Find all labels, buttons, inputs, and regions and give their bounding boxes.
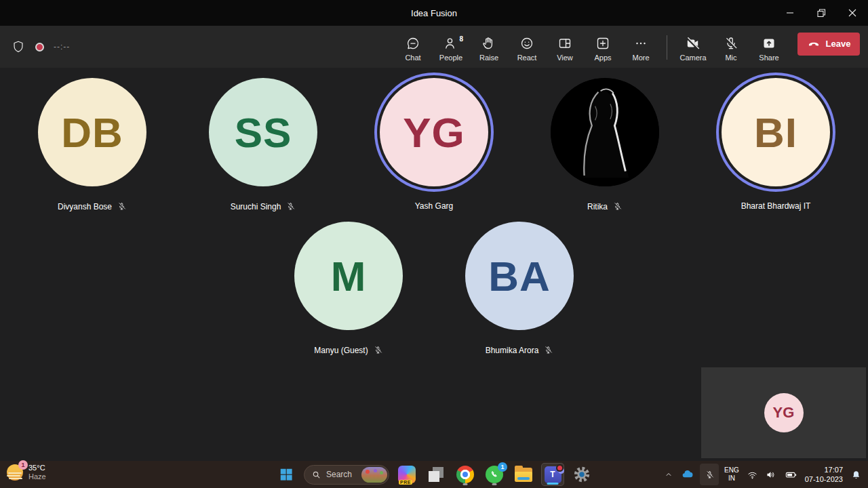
settings-gear-icon [573,466,591,483]
notification-bell-icon [850,469,862,481]
mic-muted-icon [373,345,383,355]
overlapping-windows-icon [428,466,444,483]
participant-name: Suruchi Singh [231,202,281,211]
taskbar-whatsapp[interactable]: 1 [483,463,506,486]
running-indicator [492,483,497,485]
participant-tile-bhumika-arora[interactable]: BA Bhumika Arora [434,222,605,355]
taskbar-settings[interactable] [570,463,593,486]
people-button[interactable]: 8 People [432,33,470,62]
clock-tray[interactable]: 17:07 07-10-2023 [803,464,845,485]
participant-name: Ritika [587,202,608,211]
chat-button[interactable]: Chat [394,33,432,62]
view-layout-icon [557,35,573,52]
avatar-initials: YG [403,108,465,157]
mic-off-icon [723,35,739,52]
minimize-button[interactable] [774,0,806,26]
active-window-indicator [547,483,559,485]
camera-button[interactable]: Camera [674,33,712,62]
tray-time: 17:07 [824,465,843,474]
wifi-tray[interactable] [745,464,760,485]
volume-tray[interactable] [764,464,779,485]
chrome-icon [456,466,474,483]
language-indicator[interactable]: ENG IN [722,464,741,485]
windows-logo-icon [279,467,294,482]
self-view-tile[interactable]: YG [701,367,866,458]
avatar-initials: BI [754,108,797,157]
recording-indicator-icon [35,43,44,52]
chat-icon [405,35,421,52]
wifi-icon [747,469,758,481]
start-button[interactable] [275,463,298,486]
taskbar-search[interactable]: Search [304,465,389,485]
weather-condition: Haze [28,472,46,481]
avatar: SS [209,78,317,186]
haze-weather-icon: 1 [7,464,23,481]
taskbar-file-explorer[interactable] [512,463,535,486]
onedrive-tray[interactable] [679,464,696,485]
apps-button[interactable]: Apps [584,33,622,62]
react-button[interactable]: React [508,33,546,62]
avatar: BA [465,222,574,330]
search-icon [311,470,321,480]
tray-mic-muted-icon [705,470,715,480]
avatar-initials: M [331,252,367,300]
teams-meeting-window: Idea Fusion --:-- [0,0,868,488]
react-smiley-icon [519,35,535,52]
onedrive-cloud-icon [681,468,694,481]
avatar-initials: BA [488,252,551,300]
participant-tile-divyansh-bose[interactable]: DB Divyansh Bose [7,78,178,211]
restore-button[interactable] [806,0,837,26]
security-shield-icon [11,39,26,54]
participant-tile-ritika[interactable]: Ritika [519,78,690,211]
mic-button[interactable]: Mic [712,33,750,62]
more-button[interactable]: More [622,33,660,62]
participant-name: Yash Garg [415,201,453,211]
taskbar-chrome[interactable] [454,463,477,486]
battery-icon [785,468,797,481]
camera-off-icon [685,35,701,52]
running-indicator [463,483,468,485]
taskbar-app-preview[interactable]: PRE [395,463,418,486]
system-tray: ENG IN [662,461,864,488]
taskbar-center: Search PRE 1 [275,463,593,486]
participant-tile-manyu-guest[interactable]: M Manyu (Guest) [263,222,434,355]
meeting-stage: DB Divyansh Bose SS Suruchi Singh YG Yas… [0,68,868,461]
share-button[interactable]: Share [750,33,788,62]
speaker-icon [766,469,777,481]
leave-label: Leave [826,39,851,49]
people-icon [443,35,459,52]
participant-tile-suruchi-singh[interactable]: SS Suruchi Singh [178,78,349,211]
hidden-icons-button[interactable] [662,464,675,485]
toolbar-buttons: Chat 8 People Raise [394,33,860,62]
avatar: M [294,222,403,330]
raise-hand-button[interactable]: Raise [470,33,508,62]
meeting-toolbar: --:-- Chat 8 People Raise [0,26,868,68]
file-explorer-icon [515,468,532,482]
taskbar-teams-active[interactable]: T [541,463,564,486]
window-controls [774,0,868,26]
view-button[interactable]: View [546,33,584,62]
notifications-tray[interactable] [848,464,864,485]
close-button[interactable] [837,0,868,26]
titlebar: Idea Fusion [0,0,868,26]
teams-notification-badge [556,464,564,472]
avatar-initials: SS [235,108,292,157]
mic-muted-icon [117,201,127,211]
participant-name: Bharat Bhardwaj IT [741,201,811,211]
window-title: Idea Fusion [0,8,868,18]
pre-badge: PRE [399,480,412,485]
apps-plus-icon [595,35,611,52]
avatar-photo [551,78,659,186]
battery-tray[interactable] [783,464,800,485]
taskbar-task-view[interactable] [425,463,448,486]
participant-tile-yash-garg[interactable]: YG Yash Garg [349,78,519,211]
teams-mic-tray[interactable] [700,464,719,485]
search-highlight-image [361,467,387,483]
weather-widget[interactable]: 1 35°C Haze [7,464,46,481]
participant-name: Bhumika Arora [486,346,539,355]
toolbar-divider [667,35,667,60]
avatar-speaking: YG [380,78,488,186]
backlit-silhouette-photo [551,78,659,186]
participant-tile-bharat-bhardwaj[interactable]: BI Bharat Bhardwaj IT [690,78,861,211]
leave-button[interactable]: Leave [797,33,860,56]
